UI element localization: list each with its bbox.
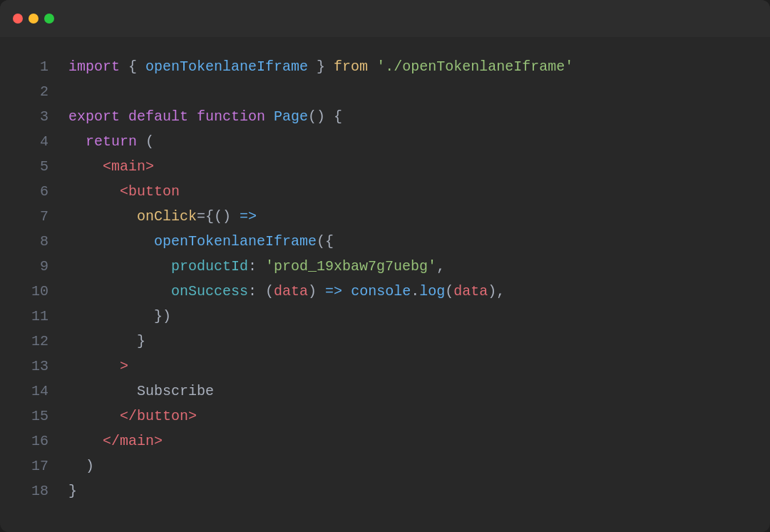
- code-token: [368, 58, 376, 75]
- code-token: [342, 283, 351, 300]
- line-number: 17: [29, 454, 48, 479]
- code-token: </main>: [103, 433, 163, 449]
- code-line: 8 openTokenlaneIframe({: [29, 229, 741, 254]
- code-token: =>: [240, 208, 257, 225]
- code-token: }: [68, 333, 145, 349]
- code-token: [68, 358, 120, 374]
- line-number: 3: [29, 104, 48, 129]
- code-line: 17 ): [29, 454, 741, 479]
- code-token: ): [68, 458, 94, 474]
- code-token: 'prod_19xbaw7g7uebg': [265, 258, 436, 275]
- code-token: Page: [274, 108, 308, 125]
- code-token: ): [308, 283, 325, 300]
- line-number: 16: [29, 429, 48, 454]
- code-token: return: [86, 133, 137, 150]
- code-line: 11 }): [29, 304, 741, 329]
- code-token: export: [68, 108, 120, 125]
- line-content: openTokenlaneIframe({: [68, 229, 334, 254]
- code-line: 9 productId: 'prod_19xbaw7g7uebg',: [29, 254, 741, 279]
- code-token: data: [274, 283, 308, 300]
- line-content: }): [68, 304, 171, 329]
- code-token: log: [419, 283, 445, 300]
- minimize-button[interactable]: [29, 14, 38, 24]
- line-content: onSuccess: (data) => console.log(data),: [68, 279, 505, 304]
- code-token: ,: [436, 258, 445, 275]
- code-token: }: [68, 483, 77, 499]
- code-token: Subscribe: [137, 383, 214, 399]
- code-token: import: [68, 58, 120, 75]
- code-line: 3export default function Page() {: [29, 104, 741, 129]
- code-token: function: [197, 108, 265, 125]
- code-token: ),: [488, 283, 505, 300]
- code-token: [68, 183, 120, 200]
- line-content: >: [68, 354, 128, 379]
- code-token: }: [308, 58, 334, 75]
- code-token: (: [137, 133, 154, 150]
- code-line: 18}: [29, 479, 741, 503]
- code-token: onSuccess: [171, 283, 248, 300]
- line-number: 6: [29, 179, 48, 204]
- code-token: [68, 283, 171, 300]
- code-token: ={: [197, 208, 214, 225]
- line-content: </main>: [68, 429, 163, 454]
- code-token: <button: [120, 183, 180, 200]
- line-content: onClick={() =>: [68, 204, 257, 229]
- code-token: .: [411, 283, 419, 300]
- code-token: openTokenlaneIframe: [154, 233, 317, 250]
- code-token: onClick: [137, 208, 197, 225]
- code-token: <main>: [103, 158, 154, 175]
- line-content: </button>: [68, 404, 197, 429]
- code-token: :: [248, 258, 265, 275]
- line-content: import { openTokenlaneIframe } from './o…: [68, 54, 573, 79]
- title-bar: [0, 0, 770, 37]
- code-token: [68, 433, 103, 449]
- line-number: 5: [29, 154, 48, 179]
- code-token: default: [128, 108, 188, 125]
- code-line: 16 </main>: [29, 429, 741, 454]
- code-line: 1import { openTokenlaneIframe } from './…: [29, 54, 741, 79]
- line-number: 12: [29, 329, 48, 354]
- code-line: 7 onClick={() =>: [29, 204, 741, 229]
- code-token: [120, 108, 128, 125]
- code-token: data: [453, 283, 488, 300]
- code-token: [188, 108, 197, 125]
- code-line: 5 <main>: [29, 154, 741, 179]
- code-line: 6 <button: [29, 179, 741, 204]
- line-content: productId: 'prod_19xbaw7g7uebg',: [68, 254, 445, 279]
- line-number: 13: [29, 354, 48, 379]
- line-number: 4: [29, 129, 48, 154]
- line-number: 7: [29, 204, 48, 229]
- code-token: [68, 408, 120, 424]
- line-number: 15: [29, 404, 48, 429]
- line-number: 1: [29, 54, 48, 79]
- close-button[interactable]: [13, 14, 23, 24]
- code-line: 12 }: [29, 329, 741, 354]
- line-content: export default function Page() {: [68, 104, 342, 129]
- code-line: 14 Subscribe: [29, 379, 741, 404]
- code-token: './openTokenlaneIframe': [376, 58, 573, 75]
- code-token: </button>: [120, 408, 197, 424]
- code-token: ({: [317, 233, 334, 250]
- line-number: 11: [29, 304, 48, 329]
- line-content: ): [68, 454, 94, 479]
- code-token: (): [214, 208, 240, 225]
- line-number: 2: [29, 79, 48, 104]
- code-token: [68, 208, 137, 225]
- code-line: 2: [29, 79, 741, 104]
- code-token: [68, 133, 86, 150]
- code-line: 15 </button>: [29, 404, 741, 429]
- line-content: <main>: [68, 154, 154, 179]
- code-token: >: [120, 358, 128, 374]
- line-number: 10: [29, 279, 48, 304]
- code-token: (: [445, 283, 453, 300]
- code-token: () {: [308, 108, 342, 125]
- code-token: [68, 158, 103, 175]
- maximize-button[interactable]: [44, 14, 54, 24]
- code-line: 13 >: [29, 354, 741, 379]
- line-content: Subscribe: [68, 379, 214, 404]
- code-editor[interactable]: 1import { openTokenlaneIframe } from './…: [0, 37, 770, 518]
- code-token: openTokenlaneIframe: [145, 58, 308, 75]
- code-token: [265, 108, 274, 125]
- code-token: productId: [171, 258, 248, 275]
- line-content: }: [68, 329, 145, 354]
